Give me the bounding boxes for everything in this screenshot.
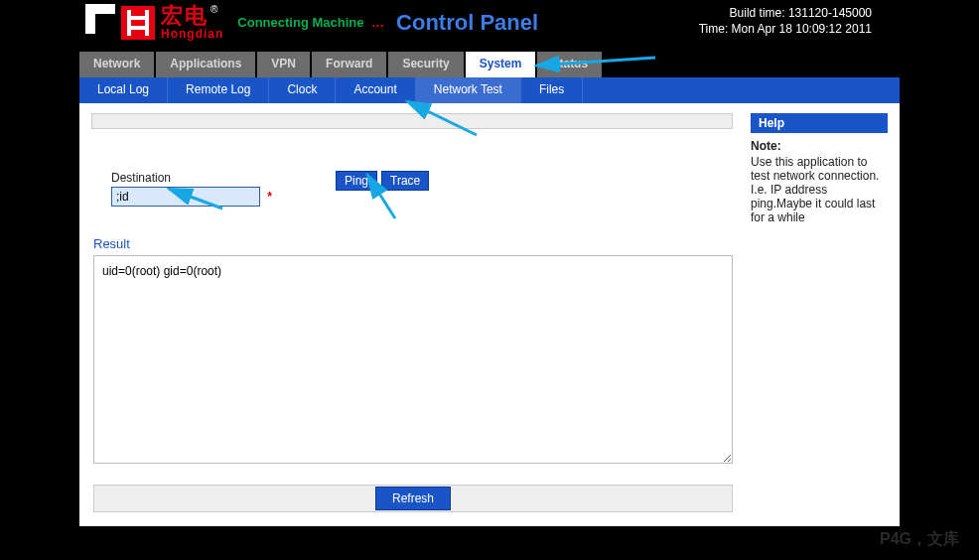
refresh-button[interactable]: Refresh — [375, 487, 451, 510]
subtab-remote-log[interactable]: Remote Log — [168, 77, 269, 103]
brand-glyph-icon — [85, 4, 115, 34]
app-header: 宏电® Hongdian Connecting Machine … Contro… — [0, 0, 979, 52]
subtab-files[interactable]: Files — [521, 77, 583, 103]
help-body: Note: Use this application to test netwo… — [751, 133, 888, 230]
brand-en: Hongdian — [161, 28, 223, 41]
sub-nav: Local Log Remote Log Clock Account Netwo… — [79, 77, 900, 103]
main-panel: Destination * Ping Trace Result uid=0(ro… — [79, 103, 900, 526]
subtab-network-test[interactable]: Network Test — [416, 77, 521, 103]
watermark: P4G，文库 — [880, 529, 959, 550]
destination-input[interactable] — [111, 187, 260, 207]
required-mark: * — [267, 190, 272, 204]
brand-reg-mark: ® — [210, 4, 219, 15]
tab-vpn[interactable]: VPN — [257, 52, 310, 77]
build-info: Build time: 131120-145000 Time: Mon Apr … — [699, 6, 872, 37]
tab-system[interactable]: System — [466, 52, 536, 77]
refresh-bar: Refresh — [93, 485, 733, 512]
tab-status[interactable]: Status — [537, 52, 602, 77]
result-label: Result — [93, 236, 733, 251]
tab-security[interactable]: Security — [388, 52, 463, 77]
brand-cn: 宏电 — [161, 3, 209, 28]
subtab-account[interactable]: Account — [336, 77, 415, 103]
help-header: Help — [751, 113, 888, 133]
brand-text: 宏电® Hongdian — [161, 4, 223, 41]
ping-button[interactable]: Ping — [336, 171, 377, 191]
tab-network[interactable]: Network — [79, 52, 154, 77]
build-line: Build time: 131120-145000 — [699, 6, 872, 22]
tab-forward[interactable]: Forward — [312, 52, 386, 77]
help-note-text: Use this application to test network con… — [751, 155, 888, 224]
tab-applications[interactable]: Applications — [156, 52, 255, 77]
subtab-local-log[interactable]: Local Log — [79, 77, 168, 103]
page-title: Control Panel — [396, 10, 538, 36]
trace-button[interactable]: Trace — [381, 171, 429, 191]
section-divider — [91, 113, 733, 129]
brand-red-icon — [121, 6, 155, 40]
subtab-clock[interactable]: Clock — [269, 77, 336, 103]
help-note-label: Note: — [751, 139, 888, 153]
brand-tagline: Connecting Machine … — [237, 15, 384, 30]
top-nav: Network Applications VPN Forward Securit… — [79, 52, 979, 77]
time-line: Time: Mon Apr 18 10:09:12 2011 — [699, 22, 872, 38]
brand-block: 宏电® Hongdian Connecting Machine … Contro… — [85, 4, 538, 41]
result-textarea[interactable]: uid=0(root) gid=0(root) — [93, 255, 733, 464]
